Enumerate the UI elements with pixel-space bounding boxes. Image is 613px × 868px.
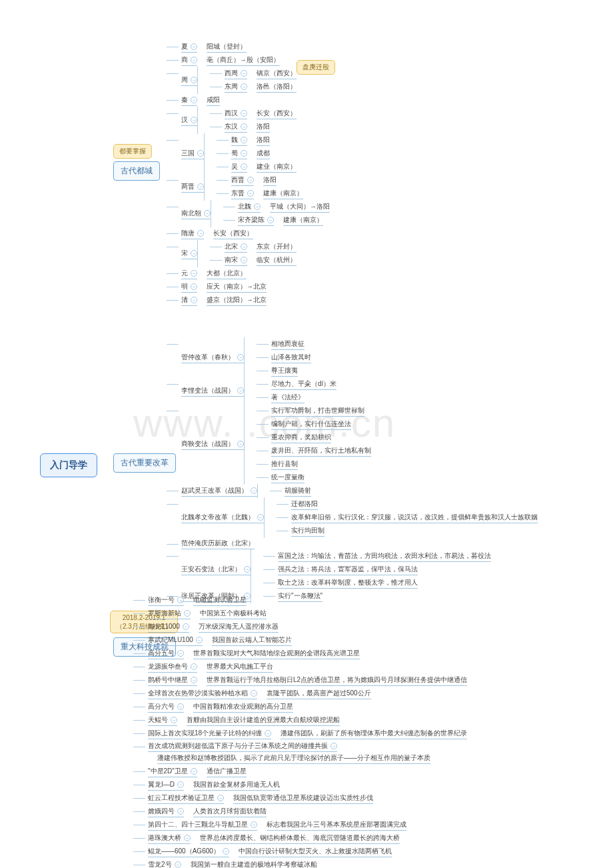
node-item[interactable]: 全球首次在热带沙漠实验种植水稻−: [148, 688, 257, 699]
toggle-icon[interactable]: −: [191, 97, 197, 103]
node-item[interactable]: 海龙11000−: [148, 621, 189, 633]
toggle-icon[interactable]: −: [204, 210, 211, 217]
toggle-icon[interactable]: −: [191, 663, 197, 670]
toggle-icon[interactable]: −: [191, 283, 197, 290]
node-item[interactable]: 隋唐−: [181, 228, 204, 239]
node-item[interactable]: 两晋−: [181, 181, 204, 193]
node-item[interactable]: 港珠澳大桥−: [148, 833, 191, 844]
toggle-icon[interactable]: −: [191, 768, 197, 775]
node-item[interactable]: 赵武灵王改革（战国）−: [181, 485, 257, 497]
node-item[interactable]: 高分六号−: [148, 701, 184, 713]
toggle-icon[interactable]: −: [197, 230, 204, 237]
toggle-icon[interactable]: −: [191, 250, 197, 257]
node-item[interactable]: 翼龙I—D−: [148, 779, 184, 791]
toggle-icon[interactable]: −: [241, 257, 247, 263]
toggle-icon[interactable]: −: [251, 821, 257, 828]
toggle-icon[interactable]: −: [237, 354, 244, 361]
node-item[interactable]: 东晋−: [231, 188, 254, 199]
toggle-icon[interactable]: −: [241, 123, 247, 130]
node-item[interactable]: 秦−: [181, 95, 197, 106]
toggle-icon[interactable]: −: [241, 150, 247, 157]
toggle-icon[interactable]: −: [267, 217, 274, 223]
toggle-icon[interactable]: −: [191, 57, 197, 63]
toggle-icon[interactable]: −: [247, 177, 254, 183]
toggle-icon[interactable]: −: [191, 270, 197, 277]
toggle-icon[interactable]: −: [244, 566, 251, 573]
toggle-icon[interactable]: −: [177, 703, 184, 710]
node-item[interactable]: 南北朝−: [181, 208, 211, 219]
node-item[interactable]: 吴−: [231, 161, 247, 173]
node-item[interactable]: 北魏孝文帝改革（北魏）−: [181, 512, 264, 523]
toggle-icon[interactable]: −: [197, 183, 204, 190]
toggle-icon[interactable]: −: [217, 795, 224, 801]
toggle-icon[interactable]: −: [171, 717, 177, 723]
toggle-icon[interactable]: −: [330, 743, 337, 749]
toggle-icon[interactable]: −: [191, 677, 197, 683]
node-item[interactable]: 西汉−: [225, 108, 247, 119]
node-item[interactable]: 管仲改革（春秋）−: [181, 352, 244, 363]
toggle-icon[interactable]: −: [241, 163, 247, 170]
node-item[interactable]: "中星2D"卫星−: [148, 766, 197, 777]
node-item[interactable]: 首次成功观测到超低温下原子与分子三体系统之间的碰撞共振−: [148, 741, 337, 752]
toggle-icon[interactable]: −: [257, 514, 264, 521]
node-item[interactable]: 汉−: [181, 115, 197, 126]
toggle-icon[interactable]: −: [241, 110, 247, 117]
node-item[interactable]: 北魏−: [238, 201, 261, 213]
node-item[interactable]: 南宋−: [225, 255, 247, 266]
node-item[interactable]: 明−: [181, 281, 197, 293]
node-item[interactable]: 北宋−: [225, 241, 247, 253]
node-item[interactable]: 鹊桥号中继星−: [148, 675, 197, 686]
node-item[interactable]: 王安石变法（北宋）−: [181, 564, 251, 575]
node-item[interactable]: 龙源振华叁号−: [148, 661, 197, 673]
node-item[interactable]: 宋−: [181, 248, 197, 259]
node-item[interactable]: 李悝变法（战国）−: [181, 385, 244, 397]
node-item[interactable]: 商−: [181, 55, 197, 66]
node-item[interactable]: 鲲龙——600（AG600）−: [148, 846, 229, 857]
toggle-icon[interactable]: −: [265, 730, 271, 737]
node-item[interactable]: 天鲲号−: [148, 715, 177, 726]
toggle-icon[interactable]: −: [177, 597, 184, 603]
toggle-icon[interactable]: −: [191, 117, 197, 123]
toggle-icon[interactable]: −: [237, 387, 244, 394]
node-item[interactable]: 高分五号−: [148, 648, 184, 659]
node-item[interactable]: 魏−: [231, 135, 247, 146]
node-item[interactable]: 雪龙2号−: [148, 859, 181, 868]
node-item[interactable]: 蜀−: [231, 148, 247, 159]
node-item[interactable]: 嫦娥四号−: [148, 806, 184, 817]
toggle-icon[interactable]: −: [241, 83, 247, 90]
toggle-icon[interactable]: −: [184, 610, 191, 617]
node-item[interactable]: 东周−: [225, 81, 247, 93]
toggle-icon[interactable]: −: [191, 43, 197, 50]
toggle-icon[interactable]: −: [196, 637, 203, 643]
node-item[interactable]: 寒武纪MLU100−: [148, 635, 203, 646]
toggle-icon[interactable]: −: [237, 441, 244, 447]
node-item[interactable]: 范仲淹庆历新政（北宋）: [181, 538, 255, 549]
toggle-icon[interactable]: −: [241, 243, 247, 250]
toggle-icon[interactable]: −: [177, 781, 184, 788]
toggle-icon[interactable]: −: [254, 203, 261, 210]
toggle-icon[interactable]: −: [241, 137, 247, 143]
node-item[interactable]: 国际上首次实现18个光量子比特的纠缠−: [148, 728, 271, 739]
node-item[interactable]: 商鞅变法（战国）−: [181, 439, 244, 450]
node-item[interactable]: 罗斯海新站−: [148, 608, 191, 619]
toggle-icon[interactable]: −: [241, 70, 247, 77]
node-item[interactable]: 三国−: [181, 148, 204, 159]
toggle-icon[interactable]: −: [191, 297, 197, 303]
toggle-icon[interactable]: −: [251, 690, 257, 697]
node-item[interactable]: 周−: [181, 75, 197, 86]
node-item[interactable]: 宋齐梁陈−: [238, 215, 274, 226]
toggle-icon[interactable]: −: [183, 623, 189, 630]
toggle-icon[interactable]: −: [184, 835, 191, 841]
toggle-icon[interactable]: −: [191, 77, 197, 83]
toggle-icon[interactable]: −: [247, 190, 254, 197]
node-item[interactable]: 西周−: [225, 68, 247, 79]
node-item[interactable]: 清−: [181, 295, 197, 306]
node-item[interactable]: 元−: [181, 268, 197, 279]
node-item[interactable]: 张衡一号−: [148, 595, 184, 606]
toggle-icon[interactable]: −: [177, 650, 184, 657]
toggle-icon[interactable]: −: [177, 808, 184, 815]
node-item[interactable]: 虹云工程技术验证卫星−: [148, 793, 224, 804]
node-item[interactable]: 东汉−: [225, 121, 247, 133]
toggle-icon[interactable]: −: [197, 150, 204, 157]
node-item[interactable]: 夏−: [181, 41, 197, 53]
